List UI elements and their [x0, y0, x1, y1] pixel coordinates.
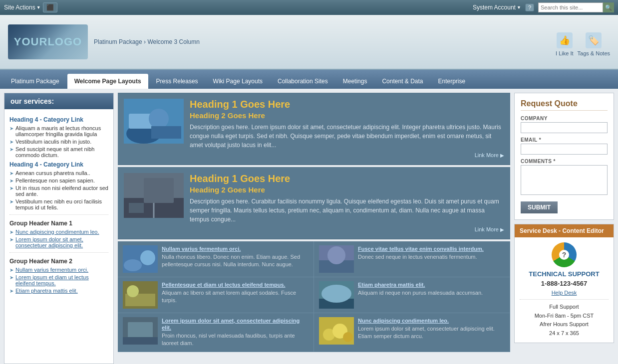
feature-heading2-2: Heading 2 Goes Here: [190, 185, 504, 194]
nav-tab-enterprise[interactable]: Enterprise: [431, 74, 473, 89]
card-svg-2: [319, 245, 354, 273]
bullet-text: Sed suscipit neque sit amet nibh commodo…: [15, 146, 108, 158]
bullet-item: ➤ Nunc adipiscing condimentum leo.: [9, 229, 108, 235]
help-desk-link[interactable]: Help Desk: [552, 290, 577, 296]
bullet-text: Pellentesque non sapien sapien.: [15, 178, 95, 183]
link-more-link-2[interactable]: Link More ▶: [475, 226, 504, 232]
tags-action[interactable]: 🏷️ Tags & Notes: [578, 32, 610, 56]
nav-tab-meetings[interactable]: Meetings: [336, 74, 374, 89]
browse-icon: ⬛: [46, 4, 54, 11]
system-account-arrow: ▼: [517, 5, 521, 10]
card-image-2: [319, 245, 354, 273]
group-link[interactable]: Etiam pharetra mattis elit.: [15, 288, 78, 294]
group-link[interactable]: Lorem ipsum dolor sit amet, consectetuer…: [15, 236, 108, 248]
hours-text: Mon-Fri 8am - 5pm CST: [535, 313, 594, 319]
search-input[interactable]: [538, 2, 603, 12]
card-text-2: Fusce vitae tellus vitae enim convallis …: [358, 245, 505, 261]
card-title-6[interactable]: Nunc adipiscing condimentum leo.: [358, 318, 449, 324]
svg-point-12: [140, 250, 155, 265]
service-desk-header: Service Desk - Content Editor: [515, 224, 614, 237]
tags-icon: 🏷️: [586, 32, 602, 48]
email-label: EMAIL *: [521, 137, 608, 143]
card-title-3[interactable]: Pellentesque et diam ut lectus eleifend …: [162, 282, 286, 288]
nav-tab-platinum[interactable]: Platinum Package: [4, 74, 66, 89]
logo-text: YOURLOGO: [14, 35, 82, 48]
system-account-label: System Account: [473, 4, 516, 11]
nav-tab-welcome[interactable]: Welcome Page Layouts: [67, 74, 148, 89]
group-header-1: Group Header Name 1: [9, 220, 108, 227]
group-link[interactable]: Nunc adipiscing condimentum leo.: [15, 229, 99, 235]
search-icon: 🔍: [605, 4, 612, 11]
svg-point-15: [327, 246, 345, 264]
svg-rect-7: [144, 178, 174, 203]
card-title-5[interactable]: Lorem ipsum dolor sit amet, consectetuer…: [162, 318, 300, 331]
card-desc-2: Donec sed neque in lectus venenatis ferm…: [358, 253, 505, 261]
card-title-4[interactable]: Etiam pharetra mattis elit.: [358, 282, 425, 288]
search-button[interactable]: 🔍: [603, 2, 614, 12]
submit-button[interactable]: SUBMIT: [521, 201, 558, 213]
availability-text: 24 x 7 x 365: [549, 330, 579, 336]
bullet-arrow-icon: ➤: [9, 147, 13, 152]
bullet-arrow-icon: ➤: [9, 237, 13, 242]
bullet-item: ➤ Etiam pharetra mattis elit.: [9, 288, 108, 294]
logo: YOURLOGO: [8, 24, 88, 59]
cards-grid: Nullam varius fermentum orci. Nulla rhon…: [118, 241, 510, 352]
bullet-arrow-icon: ➤: [9, 126, 13, 131]
divider: [9, 214, 108, 215]
link-arrow-icon-2: ▶: [500, 227, 504, 232]
breadcrumb: Platinum Package › Welcome 3 Column: [94, 38, 200, 45]
logo-your: YOUR: [14, 35, 48, 48]
tags-label: Tags & Notes: [578, 50, 610, 56]
card-image-1: [123, 245, 158, 273]
bullet-arrow-icon: ➤: [9, 139, 13, 145]
card-desc-3: Aliquam ac libero sit amet lorem aliquet…: [162, 289, 309, 305]
topbar-right: System Account ▼ ? 🔍: [473, 2, 614, 12]
bullet-arrow-icon: ➤: [9, 229, 13, 235]
support-icon-circle: ?: [552, 242, 577, 267]
nav-tab-press[interactable]: Press Releases: [149, 74, 205, 89]
card-svg-1: [123, 245, 158, 273]
service-title: TECHNICAL SUPPORT: [520, 270, 609, 278]
feature-heading1-2: Heading 1 Goes Here: [190, 173, 504, 184]
svg-point-18: [127, 285, 139, 297]
header-actions: 👍 I Like It 🏷️ Tags & Notes: [556, 27, 610, 56]
bullet-text: Vestibulum nec nibh eu orci facilisis te…: [15, 198, 108, 210]
link-more-1: Link More ▶: [190, 152, 504, 159]
ilike-action[interactable]: 👍 I Like It: [556, 32, 573, 56]
ilike-label: I Like It: [556, 50, 573, 56]
quote-form-title: Request Quote: [521, 99, 608, 111]
help-button[interactable]: ?: [525, 3, 534, 11]
card-title-1[interactable]: Nullam varius fermentum orci.: [162, 246, 241, 252]
email-input[interactable]: [521, 144, 608, 155]
nav-tab-collab[interactable]: Collaboration Sites: [271, 74, 335, 89]
breadcrumb-area: Platinum Package › Welcome 3 Column: [94, 38, 200, 45]
service-desk-box: Service Desk - Content Editor ? TECHNICA…: [514, 224, 614, 343]
company-input[interactable]: [521, 122, 608, 133]
group-link[interactable]: Lorem ipsum et diam ut lectus eleifend t…: [15, 274, 108, 286]
nav-tab-wiki[interactable]: Wiki Page Layouts: [206, 74, 270, 89]
sidebar-link-1[interactable]: Heading 4 - Category Link: [9, 116, 108, 123]
svg-rect-9: [129, 203, 144, 213]
sidebar-link-2[interactable]: Heading 4 - Category Link: [9, 161, 108, 168]
site-actions-button[interactable]: Site Actions ▼: [4, 4, 41, 11]
card-title-2[interactable]: Fusce vitae tellus vitae enim convallis …: [358, 246, 484, 252]
bullet-item: ➤ Lorem ipsum dolor sit amet, consectetu…: [9, 236, 108, 248]
comments-textarea[interactable]: [521, 165, 608, 195]
feature-text-1: Heading 1 Goes Here Heading 2 Goes Here …: [190, 99, 504, 159]
bullet-item: ➤ Aliquam a mauris at lectus rhoncus ull…: [9, 125, 108, 137]
comments-label: COMMENTS *: [521, 159, 608, 164]
link-more-2: Link More ▶: [190, 226, 504, 233]
svg-point-28: [343, 332, 353, 342]
browse-button[interactable]: ⬛: [43, 2, 57, 12]
group-link[interactable]: Nullam varius fermentum orci.: [15, 267, 88, 273]
link-more-link-1[interactable]: Link More ▶: [475, 152, 504, 158]
quote-form-box: Request Quote COMPANY EMAIL * COMMENTS *…: [514, 93, 614, 220]
site-actions-arrow: ▼: [36, 5, 41, 10]
card-4: Etiam pharetra mattis elit. Aliquam id n…: [314, 277, 510, 313]
service-divider: [520, 299, 609, 300]
bullet-item: ➤ Sed suscipit neque sit amet nibh commo…: [9, 146, 108, 158]
sidebar-title: our services:: [10, 97, 54, 105]
top-bar: Site Actions ▼ ⬛ System Account ▼ ? 🔍: [0, 0, 618, 15]
system-account-button[interactable]: System Account ▼: [473, 4, 521, 11]
nav-tab-content[interactable]: Content & Data: [375, 74, 430, 89]
